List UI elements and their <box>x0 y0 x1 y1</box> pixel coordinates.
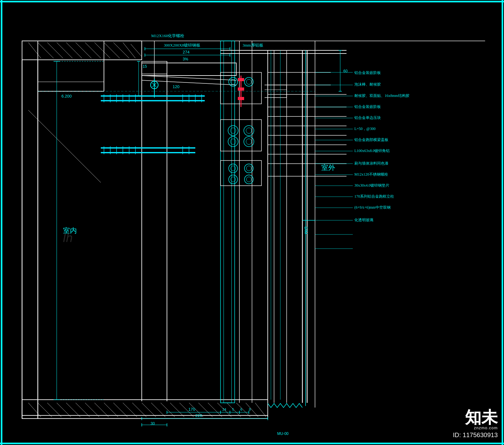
svg-text:3%: 3% <box>183 57 188 61</box>
svg-text:L100x63x8.0镀锌角铝: L100x63x8.0镀锌角铝 <box>354 149 390 153</box>
svg-text:6: 6 <box>240 408 242 411</box>
svg-text:Ih: Ih <box>63 231 73 245</box>
svg-text:3mm厚铝板: 3mm厚铝板 <box>243 43 263 48</box>
svg-text:M12x120不锈钢螺栓: M12x120不锈钢螺栓 <box>354 172 388 177</box>
svg-text:铝合金装嵌阶板: 铝合金装嵌阶板 <box>354 104 381 109</box>
logo-sub: znzmo.com <box>453 425 498 430</box>
svg-text:室外: 室外 <box>321 164 335 172</box>
svg-text:274: 274 <box>183 50 190 54</box>
svg-text:铝合金单边压块: 铝合金单边压块 <box>354 115 381 120</box>
svg-text:MU-00: MU-00 <box>277 431 289 436</box>
svg-text:170: 170 <box>188 407 195 412</box>
svg-text:9: 9 <box>249 408 251 411</box>
svg-text:泡沫棒、耐候胶: 泡沫棒、耐候胶 <box>354 82 381 87</box>
svg-rect-92 <box>238 78 244 81</box>
brand-logo: 知未 znzmo.com ID: 1175630913 <box>453 409 498 439</box>
svg-text:耐候胶、双面贴、16x8mm结构胶: 耐候胶、双面贴、16x8mm结构胶 <box>354 93 410 98</box>
svg-text:24: 24 <box>222 408 226 411</box>
svg-text:30x30x4.0镀锌钢垫片: 30x30x4.0镀锌钢垫片 <box>354 183 389 188</box>
svg-text:60: 60 <box>343 69 348 73</box>
svg-text:L=50，@300: L=50，@300 <box>354 127 375 131</box>
svg-text:6.200: 6.200 <box>61 94 72 99</box>
svg-text:(6+9A+6)mm中空双钢: (6+9A+6)mm中空双钢 <box>354 205 391 210</box>
svg-text:化透明玻璃: 化透明玻璃 <box>354 218 373 222</box>
svg-text:刷与墙体涂料同色漆: 刷与墙体涂料同色漆 <box>354 161 388 166</box>
svg-rect-93 <box>238 87 244 91</box>
svg-text:30: 30 <box>151 421 155 426</box>
svg-text:M12X160化学螺栓: M12X160化学螺栓 <box>151 33 184 38</box>
svg-text:170系列铝合金跑框立柱: 170系列铝合金跑框立柱 <box>354 194 394 199</box>
svg-text:220: 220 <box>195 413 202 418</box>
svg-text:铝合金跑部横梁盖板: 铝合金跑部横梁盖板 <box>354 138 388 142</box>
svg-text:15: 15 <box>143 64 147 69</box>
svg-text:120: 120 <box>173 84 180 89</box>
logo-text: 知未 <box>453 409 498 425</box>
svg-text:5: 5 <box>232 408 234 411</box>
id-text: ID: 1175630913 <box>453 431 498 439</box>
svg-text:铝合金装嵌阶板: 铝合金装嵌阶板 <box>354 70 381 75</box>
svg-text:DIM: DIM <box>304 227 308 234</box>
svg-rect-94 <box>238 97 244 100</box>
svg-text:300X200X8镀锌钢板: 300X200X8镀锌钢板 <box>164 43 200 48</box>
